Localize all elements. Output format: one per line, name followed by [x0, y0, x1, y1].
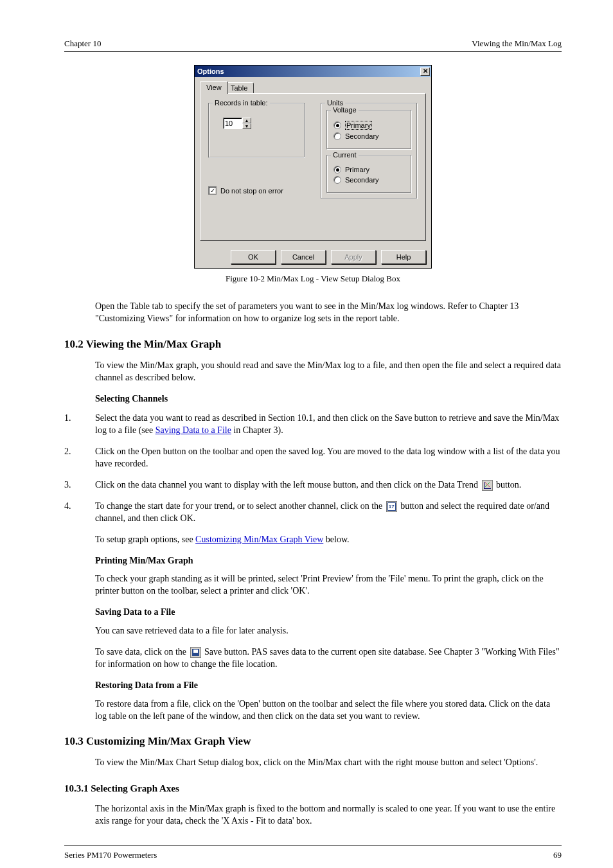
- step4-text: To change the start date for your trend,…: [95, 501, 385, 511]
- tab-table[interactable]: Table: [224, 82, 254, 94]
- figure-caption: Figure 10-2 Min/Max Log - View Setup Dia…: [64, 274, 562, 284]
- customize-tail: below.: [326, 535, 350, 544]
- step-number-1: 1.: [64, 412, 95, 437]
- saving-text-b: To save data, click on the: [95, 647, 189, 657]
- step3-tail: button.: [496, 480, 521, 490]
- cancel-button[interactable]: Cancel: [281, 250, 326, 264]
- voltage-group-label: Voltage: [331, 106, 359, 114]
- step-number-3: 3.: [64, 479, 95, 492]
- footer-product: Series PM170 Powermeters: [64, 850, 157, 860]
- step2-text: Click on the Open button on the toolbar …: [95, 446, 562, 470]
- section-10-3-title: 10.3 Customizing Min/Max Graph View: [64, 735, 562, 748]
- footer-page-number: 69: [553, 850, 562, 860]
- spinner-up-icon[interactable]: ▲: [242, 118, 251, 123]
- selecting-channels-heading: Selecting Channels: [95, 394, 168, 403]
- options-dialog: Options ✕ View Table Records in table:: [194, 65, 432, 269]
- customize-text: To setup graph options, see: [95, 535, 195, 544]
- step-number-4: 4.: [64, 500, 95, 525]
- close-icon[interactable]: ✕: [420, 67, 430, 76]
- data-trend-icon: [482, 480, 493, 491]
- dialog-figure: Options ✕ View Table Records in table:: [64, 65, 562, 269]
- customize-link[interactable]: Customizing Min/Max Graph View: [195, 535, 323, 544]
- spinner-down-icon[interactable]: ▼: [242, 123, 251, 129]
- save-icon: [190, 647, 201, 658]
- current-primary-label: Primary: [345, 166, 369, 173]
- current-primary-radio[interactable]: [333, 166, 341, 173]
- help-button[interactable]: Help: [381, 250, 426, 264]
- restoring-text: To restore data from a file, click on th…: [64, 698, 562, 723]
- voltage-primary-label: Primary: [345, 121, 372, 130]
- footer-rule: Series PM170 Powermeters 69: [64, 846, 562, 860]
- step1-text-b: in Chapter 3).: [233, 425, 283, 435]
- stop-on-error-checkbox[interactable]: ✓: [208, 186, 217, 195]
- stop-on-error-label: Do not stop on error: [220, 187, 283, 195]
- current-group-label: Current: [331, 151, 359, 159]
- section-10-2-title: 10.2 Viewing the Min/Max Graph: [64, 338, 562, 351]
- printing-text: To check your graph standing as it will …: [64, 573, 562, 598]
- section-10-3-1-title: 10.3.1 Selecting Graph Axes: [64, 783, 562, 794]
- dialog-title: Options: [197, 67, 224, 75]
- table-tab-paragraph: Open the Table tab to specify the set of…: [64, 301, 562, 325]
- restoring-heading: Restoring Data from a File: [95, 680, 198, 690]
- step-number-2: 2.: [64, 446, 95, 470]
- header-section: Viewing the Min/Max Log: [472, 39, 562, 49]
- records-group-label: Records in table:: [213, 99, 270, 107]
- header-chapter: Chapter 10: [64, 39, 101, 49]
- header-rule: [64, 51, 562, 52]
- step1-link[interactable]: Saving Data to a File: [155, 425, 231, 435]
- date-picker-icon: [386, 501, 397, 512]
- section-10-3-1-text: The horizontal axis in the Min/Max graph…: [64, 803, 562, 828]
- tab-view[interactable]: View: [200, 81, 228, 94]
- voltage-secondary-label: Secondary: [345, 132, 379, 140]
- titlebar: Options ✕: [195, 66, 431, 77]
- section-10-2-intro: To view the Min/Max graph, you should re…: [64, 360, 562, 384]
- saving-text-a: You can save retrieved data to a file fo…: [64, 625, 562, 637]
- printing-heading: Printing Min/Max Graph: [95, 556, 193, 565]
- records-input[interactable]: [223, 118, 242, 129]
- current-secondary-radio[interactable]: [333, 176, 341, 184]
- apply-button: Apply: [331, 250, 376, 264]
- section-10-3-intro: To view the Min/Max Chart Setup dialog b…: [64, 757, 562, 769]
- voltage-primary-radio[interactable]: [333, 121, 341, 129]
- voltage-secondary-radio[interactable]: [333, 132, 341, 140]
- ok-button[interactable]: OK: [231, 250, 276, 264]
- current-secondary-label: Secondary: [345, 176, 379, 184]
- step3-text: Click on the data channel you want to di…: [95, 480, 481, 490]
- saving-heading: Saving Data to a File: [95, 607, 175, 617]
